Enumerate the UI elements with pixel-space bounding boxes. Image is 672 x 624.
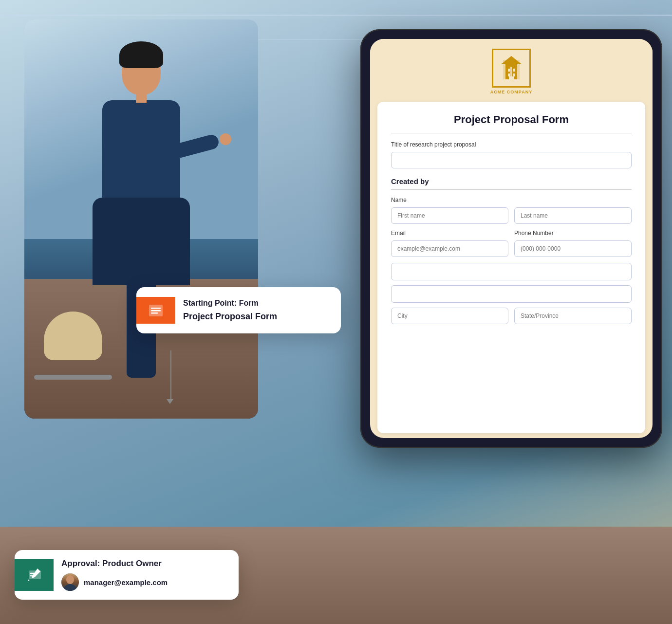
- person-neck: [136, 93, 147, 103]
- logo-container: [492, 49, 531, 88]
- phone-label: Phone Number: [514, 230, 632, 237]
- person-hair: [119, 41, 163, 68]
- approval-email-text: manager@example.com: [84, 578, 168, 587]
- company-name: ACME COMPANY: [490, 90, 532, 94]
- name-row: [391, 207, 632, 230]
- tablet-screen: ACME COMPANY Project Proposal Form Title…: [370, 39, 653, 438]
- research-title-input[interactable]: [391, 152, 632, 168]
- person-head: [122, 49, 161, 95]
- person-area: [24, 19, 258, 419]
- avatar: [61, 573, 79, 591]
- connector-arrowhead: [167, 399, 173, 404]
- approval-content: Approval: Product Owner manager@example.…: [61, 559, 229, 591]
- approval-title: Approval: Product Owner: [61, 559, 229, 569]
- phone-input[interactable]: [514, 240, 632, 257]
- form-icon: [147, 302, 165, 319]
- connector-arrow: [168, 350, 173, 404]
- card-subtitle: Starting Point: Form: [183, 299, 331, 308]
- tablet-device: ACME COMPANY Project Proposal Form Title…: [360, 29, 662, 448]
- state-input[interactable]: [514, 308, 632, 324]
- form-title: Project Proposal Form: [391, 113, 632, 126]
- svg-rect-5: [513, 69, 515, 72]
- svg-rect-12: [151, 310, 161, 312]
- approval-icon-block: [15, 559, 54, 591]
- form-divider: [391, 133, 632, 133]
- name-label: Name: [391, 197, 632, 203]
- person-hand: [220, 133, 231, 145]
- connector-line: [170, 350, 171, 399]
- svg-rect-4: [508, 69, 510, 72]
- address-line1-input[interactable]: [391, 263, 632, 280]
- first-name-input[interactable]: [391, 207, 508, 224]
- svg-rect-11: [151, 308, 161, 309]
- card-title: Project Proposal Form: [183, 312, 331, 322]
- approval-icon: [25, 566, 43, 584]
- last-name-input[interactable]: [514, 207, 632, 224]
- laptop: [34, 375, 112, 380]
- avatar-image: [61, 573, 79, 591]
- email-label: Email: [391, 230, 508, 237]
- card-icon-block: [136, 297, 175, 324]
- address-line2-input[interactable]: [391, 285, 632, 303]
- city-state-row: [391, 308, 632, 330]
- starting-point-card: Starting Point: Form Project Proposal Fo…: [136, 287, 341, 333]
- last-name-col: [514, 207, 632, 230]
- building-icon: [499, 55, 523, 82]
- card-body: Starting Point: Form Project Proposal Fo…: [183, 297, 331, 324]
- approval-email-row: manager@example.com: [61, 573, 229, 591]
- person-body: [102, 100, 180, 285]
- person-skirt: [93, 198, 190, 285]
- form-header: ACME COMPANY: [370, 39, 653, 102]
- phone-col: Phone Number: [514, 230, 632, 263]
- created-by-label: Created by: [391, 177, 632, 185]
- svg-rect-3: [505, 64, 517, 67]
- svg-rect-7: [513, 73, 515, 76]
- svg-rect-13: [151, 312, 158, 314]
- tablet-container: ACME COMPANY Project Proposal Form Title…: [360, 29, 662, 448]
- city-input[interactable]: [391, 308, 508, 324]
- svg-rect-6: [508, 73, 510, 76]
- field1-label: Title of research project proposal: [391, 141, 632, 148]
- first-name-col: [391, 207, 508, 230]
- section-divider: [391, 189, 632, 190]
- ceiling-line: [0, 15, 672, 16]
- form-content: Project Proposal Form Title of research …: [377, 102, 645, 433]
- email-phone-row: Email Phone Number: [391, 230, 632, 263]
- email-input[interactable]: [391, 240, 508, 257]
- email-col: Email: [391, 230, 508, 263]
- approval-card: Approval: Product Owner manager@example.…: [15, 550, 239, 600]
- svg-rect-8: [509, 76, 514, 79]
